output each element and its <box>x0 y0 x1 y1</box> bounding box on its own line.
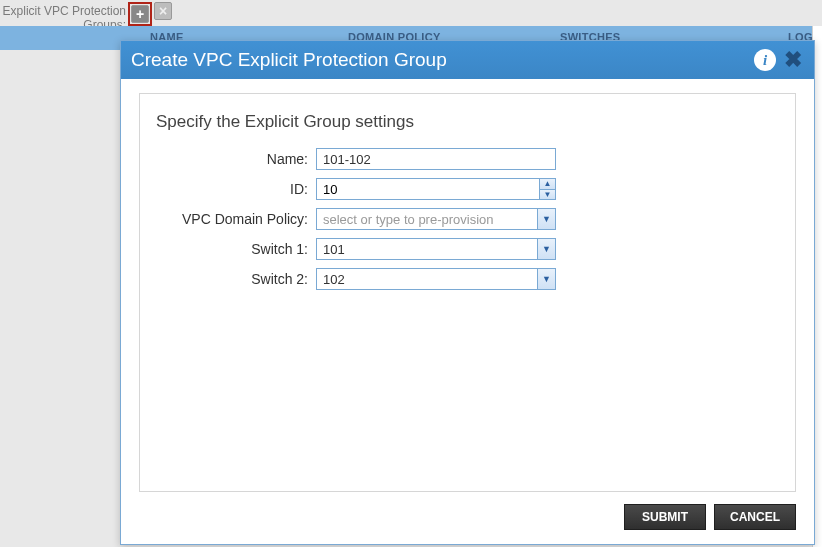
id-stepper[interactable]: ▲ ▼ <box>316 178 556 200</box>
dialog-title: Create VPC Explicit Protection Group <box>131 49 447 71</box>
chevron-down-icon[interactable]: ▼ <box>537 269 555 289</box>
add-button-highlight: + <box>128 2 152 26</box>
form-panel: Specify the Explicit Group settings Name… <box>139 93 796 492</box>
vpc-domain-policy-input[interactable] <box>317 209 537 229</box>
chevron-down-icon[interactable]: ▼ <box>537 239 555 259</box>
create-vpc-dialog: Create VPC Explicit Protection Group i ✖… <box>120 40 815 545</box>
label-vpc-domain-policy: VPC Domain Policy: <box>156 211 316 227</box>
plus-icon: + <box>136 7 144 21</box>
switch1-combo[interactable]: ▼ <box>316 238 556 260</box>
x-icon: × <box>159 4 167 18</box>
chevron-down-icon[interactable]: ▼ <box>537 209 555 229</box>
label-switch2: Switch 2: <box>156 271 316 287</box>
switch2-input[interactable] <box>317 269 537 289</box>
close-icon[interactable]: ✖ <box>782 49 804 71</box>
dialog-titlebar: Create VPC Explicit Protection Group i ✖ <box>121 41 814 79</box>
stepper-down-icon[interactable]: ▼ <box>540 190 555 200</box>
switch1-input[interactable] <box>317 239 537 259</box>
id-input[interactable] <box>317 179 539 199</box>
switch2-combo[interactable]: ▼ <box>316 268 556 290</box>
label-id: ID: <box>156 181 316 197</box>
name-input[interactable] <box>316 148 556 170</box>
label-name: Name: <box>156 151 316 167</box>
info-icon[interactable]: i <box>754 49 776 71</box>
submit-button[interactable]: SUBMIT <box>624 504 706 530</box>
section-heading: Specify the Explicit Group settings <box>156 112 779 132</box>
delete-button[interactable]: × <box>154 2 172 20</box>
vpc-domain-policy-combo[interactable]: ▼ <box>316 208 556 230</box>
cancel-button[interactable]: CANCEL <box>714 504 796 530</box>
add-button[interactable]: + <box>131 5 149 23</box>
label-switch1: Switch 1: <box>156 241 316 257</box>
stepper-up-icon[interactable]: ▲ <box>540 179 555 190</box>
